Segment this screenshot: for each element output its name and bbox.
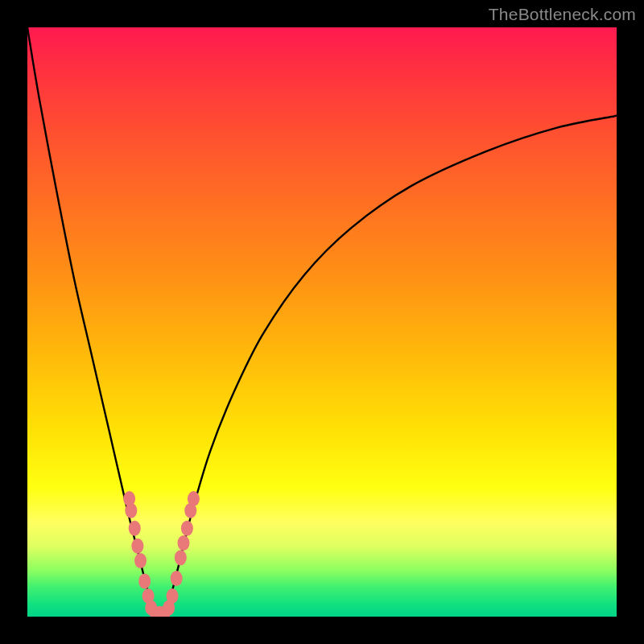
- data-marker: [125, 503, 137, 518]
- curve-right-branch: [165, 116, 617, 614]
- data-marker: [175, 550, 187, 565]
- data-marker: [171, 571, 183, 586]
- data-marker: [134, 553, 147, 568]
- watermark-label: TheBottleneck.com: [489, 5, 636, 24]
- data-marker: [167, 588, 179, 604]
- data-marker: [181, 521, 193, 536]
- marker-group: [123, 491, 200, 617]
- chart-svg: [27, 27, 617, 617]
- data-marker: [138, 574, 151, 589]
- chart-frame: TheBottleneck.com: [0, 0, 644, 644]
- plot-area: [27, 27, 617, 617]
- curve-group: [27, 27, 617, 613]
- data-marker: [177, 535, 189, 551]
- data-marker: [129, 521, 141, 536]
- data-marker: [188, 491, 200, 506]
- data-marker: [131, 539, 143, 554]
